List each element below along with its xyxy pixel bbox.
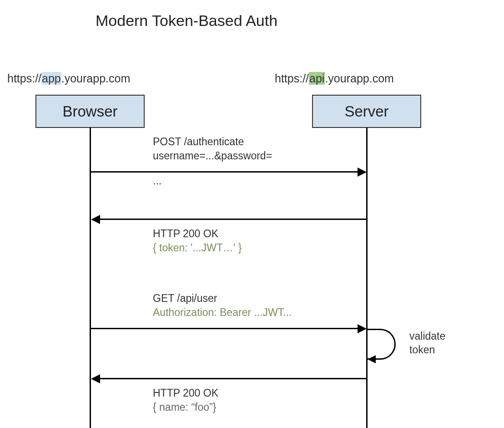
loop-validate-line2: token <box>409 343 445 357</box>
diagram-title: Modern Token-Based Auth <box>96 12 277 30</box>
browser-url-highlight: app <box>41 72 61 85</box>
msg-token-response-line1: HTTP 200 OK <box>153 227 242 241</box>
browser-url-post: .yourapp.com <box>61 72 130 85</box>
msg-authenticate-line1: POST /authenticate <box>153 135 272 149</box>
msg-authenticate-cont: ... <box>153 174 161 188</box>
arrow-user-response <box>99 378 367 379</box>
arrow-token-response-head-icon <box>91 215 100 224</box>
loop-validate-line1: validate <box>409 330 445 343</box>
arrow-authenticate <box>91 171 359 173</box>
msg-token-response: HTTP 200 OK { token: '...JWT…' } <box>153 227 242 255</box>
msg-authenticate-line2: username=...&password= <box>153 149 272 163</box>
loop-validate-label: validate token <box>409 330 445 357</box>
msg-authenticate: POST /authenticate username=...&password… <box>153 135 272 163</box>
arrow-token-response <box>99 219 367 220</box>
msg-user-response-line2: { name: “foo”} <box>153 400 218 414</box>
arrow-user-response-head-icon <box>91 374 100 383</box>
arrow-authenticate-head-icon <box>358 168 367 177</box>
server-url-post: .yourapp.com <box>325 72 393 85</box>
loop-validate-token-head-icon <box>368 355 376 363</box>
server-url-highlight: api <box>309 72 325 85</box>
msg-user-response: HTTP 200 OK { name: “foo”} <box>153 386 218 414</box>
actor-browser: Browser <box>35 95 145 128</box>
browser-url: https://app.yourapp.com <box>7 72 130 85</box>
msg-user-response-line1: HTTP 200 OK <box>153 386 218 400</box>
msg-get-user: GET /api/user Authorization: Bearer ...J… <box>153 291 292 320</box>
arrow-get-user <box>91 328 359 329</box>
arrow-get-user-head-icon <box>358 324 367 333</box>
msg-get-user-line2: Authorization: Bearer ...JWT... <box>153 306 292 320</box>
msg-token-response-line2: { token: '...JWT…' } <box>153 241 242 255</box>
actor-server: Server <box>312 95 421 128</box>
browser-url-pre: https:// <box>7 72 41 85</box>
server-url-pre: https:// <box>275 72 309 85</box>
msg-authenticate-line3: ... <box>153 174 161 188</box>
server-url: https://api.yourapp.com <box>275 72 394 85</box>
msg-get-user-line1: GET /api/user <box>153 291 292 306</box>
